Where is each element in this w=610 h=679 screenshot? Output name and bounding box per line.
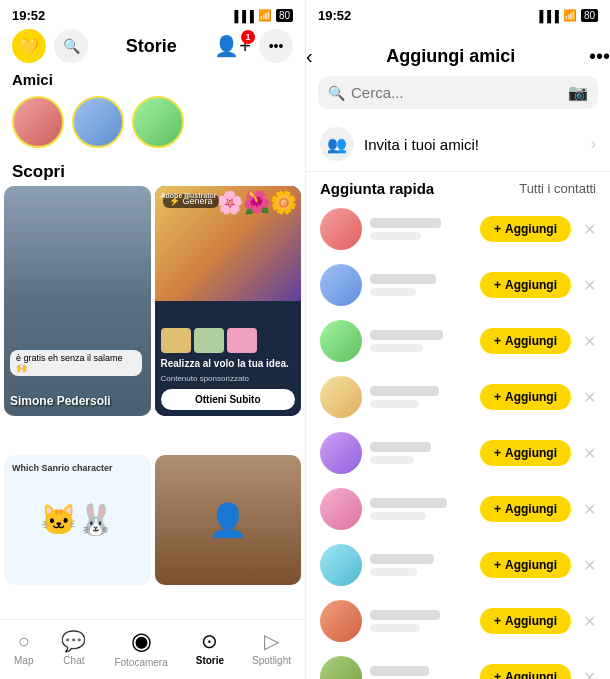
person-name-label: Simone Pedersoli <box>10 394 111 408</box>
ad-brand-label: Adobe Illustrator <box>161 192 217 199</box>
friend-sub-5 <box>370 456 414 464</box>
friend-row-9: + Aggiungi ✕ <box>306 649 610 679</box>
friend-info-5 <box>370 442 472 464</box>
camera-icon-nav: ◉ <box>131 627 152 655</box>
add-friend-button-2[interactable]: + Aggiungi <box>480 272 571 298</box>
friend-avatar-9 <box>320 656 362 679</box>
nav-storie-label: Storie <box>196 655 224 666</box>
friend-name-1 <box>370 218 441 228</box>
nav-chat[interactable]: 💬 Chat <box>61 629 86 666</box>
camera-icon-search[interactable]: 📷 <box>568 83 588 102</box>
bottom-nav: ○ Map 💬 Chat ◉ Fotocamera ⊙ Storie ▷ Spo… <box>0 619 305 679</box>
friend-row-4: + Aggiungi ✕ <box>306 369 610 425</box>
scopri-section-label: Scopri <box>0 154 305 186</box>
nav-map[interactable]: ○ Map <box>14 630 33 666</box>
search-input[interactable] <box>351 84 562 101</box>
dismiss-button-1[interactable]: ✕ <box>583 220 596 239</box>
storie-icon: ⊙ <box>201 629 218 653</box>
friends-list: + Aggiungi ✕ + Aggiungi ✕ + <box>306 201 610 679</box>
add-icon-2: + <box>494 278 501 292</box>
friend-name-9 <box>370 666 429 676</box>
friend-row-8: + Aggiungi ✕ <box>306 593 610 649</box>
story-card-face[interactable]: 👤 <box>155 455 302 585</box>
add-friend-button-4[interactable]: + Aggiungi <box>480 384 571 410</box>
friend-sub-1 <box>370 232 421 240</box>
friend-info-8 <box>370 610 472 632</box>
story-avatar-1[interactable] <box>12 96 64 148</box>
stories-row <box>0 90 305 154</box>
friend-name-8 <box>370 610 440 620</box>
dismiss-button-4[interactable]: ✕ <box>583 388 596 407</box>
invite-friends-row[interactable]: 👥 Invita i tuoi amici! › <box>306 117 610 172</box>
dismiss-button-5[interactable]: ✕ <box>583 444 596 463</box>
profile-icon[interactable]: 💛 <box>12 29 46 63</box>
story-card-ad[interactable]: 🌸🌺🌼 ⚡ Genera Adobe Illustrator Realizza … <box>155 186 302 416</box>
signal-icon-right: ▐▐▐ <box>535 10 558 22</box>
dismiss-button-7[interactable]: ✕ <box>583 556 596 575</box>
friend-info-1 <box>370 218 472 240</box>
ad-subtitle-text: Contenuto sponsorizzato <box>161 374 296 383</box>
add-friend-button-3[interactable]: + Aggiungi <box>480 328 571 354</box>
notification-badge: 1 <box>241 30 255 44</box>
ad-cta-button[interactable]: Ottieni Subito <box>161 389 296 410</box>
friend-name-3 <box>370 330 443 340</box>
add-friend-button-6[interactable]: + Aggiungi <box>480 496 571 522</box>
dismiss-button-3[interactable]: ✕ <box>583 332 596 351</box>
add-friend-button-8[interactable]: + Aggiungi <box>480 608 571 634</box>
friend-info-3 <box>370 330 472 352</box>
spotlight-icon: ▷ <box>264 629 279 653</box>
friend-row-7: + Aggiungi ✕ <box>306 537 610 593</box>
signal-icon: ▐▐▐ <box>230 10 253 22</box>
story-avatar-2[interactable] <box>72 96 124 148</box>
wifi-icon: 📶 <box>258 9 272 22</box>
invite-icon: 👥 <box>320 127 354 161</box>
dismiss-button-6[interactable]: ✕ <box>583 500 596 519</box>
nav-camera[interactable]: ◉ Fotocamera <box>114 627 167 668</box>
friend-row-3: + Aggiungi ✕ <box>306 313 610 369</box>
friend-sub-3 <box>370 344 423 352</box>
story-card-sanrio[interactable]: Which Sanrio character 🐱🐰 <box>4 455 151 585</box>
friend-row-2: + Aggiungi ✕ <box>306 257 610 313</box>
friend-row-5: + Aggiungi ✕ <box>306 425 610 481</box>
friend-sub-6 <box>370 512 426 520</box>
nav-spotlight[interactable]: ▷ Spotlight <box>252 629 291 666</box>
search-bar: 🔍 📷 <box>318 76 598 109</box>
battery-icon: 80 <box>276 9 293 22</box>
more-options-button[interactable]: ••• <box>259 29 293 63</box>
nav-storie[interactable]: ⊙ Storie <box>196 629 224 666</box>
friend-name-5 <box>370 442 431 452</box>
story-card-person[interactable]: è gratis eh senza il salame 🙌 Simone Ped… <box>4 186 151 416</box>
status-time-right: 19:52 <box>318 8 351 23</box>
status-time-left: 19:52 <box>12 8 45 23</box>
ad-title-text: Realizza al volo la tua idea. <box>161 357 296 370</box>
all-contacts-link[interactable]: Tutti i contatti <box>519 181 596 196</box>
add-icon-5: + <box>494 446 501 460</box>
friend-sub-4 <box>370 400 419 408</box>
add-friend-button-1[interactable]: + Aggiungi <box>480 216 571 242</box>
add-friend-button-9[interactable]: + Aggiungi <box>480 664 571 679</box>
sanrio-emoji: 🐱🐰 <box>40 502 114 537</box>
add-friend-button-7[interactable]: + Aggiungi <box>480 552 571 578</box>
add-icon-6: + <box>494 502 501 516</box>
back-button[interactable]: ‹ <box>306 45 313 68</box>
search-button-left[interactable]: 🔍 <box>54 29 88 63</box>
search-icon-right: 🔍 <box>328 85 345 101</box>
right-header-row: ‹ Aggiungi amici ••• <box>306 45 610 68</box>
story-avatar-3[interactable] <box>132 96 184 148</box>
add-friend-button[interactable]: 👤+ 1 <box>214 34 251 58</box>
nav-map-label: Map <box>14 655 33 666</box>
friend-info-6 <box>370 498 472 520</box>
more-options-right[interactable]: ••• <box>589 45 610 68</box>
dismiss-button-2[interactable]: ✕ <box>583 276 596 295</box>
invite-label: Invita i tuoi amici! <box>364 136 581 153</box>
friend-avatar-8 <box>320 600 362 642</box>
friend-info-7 <box>370 554 472 576</box>
page-title-right: Aggiungi amici <box>313 46 589 67</box>
add-friend-button-5[interactable]: + Aggiungi <box>480 440 571 466</box>
friend-name-7 <box>370 554 434 564</box>
nav-camera-label: Fotocamera <box>114 657 167 668</box>
nav-chat-label: Chat <box>63 655 84 666</box>
friend-avatar-7 <box>320 544 362 586</box>
dismiss-button-8[interactable]: ✕ <box>583 612 596 631</box>
dismiss-button-9[interactable]: ✕ <box>583 668 596 680</box>
